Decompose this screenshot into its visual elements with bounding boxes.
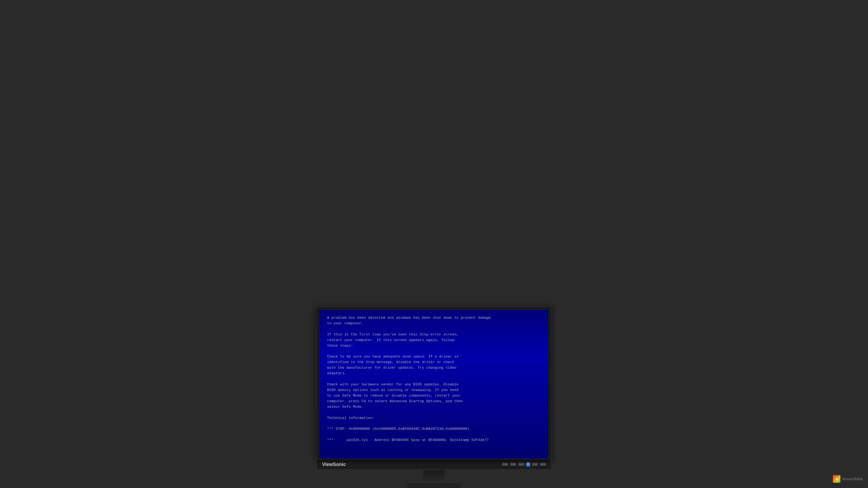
monitor: A problem has been detected and windows … — [316, 306, 552, 488]
bsod-content: A problem has been detected and windows … — [327, 315, 541, 443]
watermark-logo: W — [833, 475, 840, 483]
monitor-button-3[interactable] — [518, 463, 524, 466]
monitor-bottom-bar: ViewSonic — [316, 459, 552, 470]
monitor-stand-base — [407, 483, 461, 488]
watermark: W Windows系统城 — [833, 475, 863, 483]
scene: A problem has been detected and windows … — [0, 0, 868, 488]
monitor-stand-neck — [423, 470, 445, 483]
monitor-bezel: A problem has been detected and windows … — [316, 306, 552, 459]
monitor-button-5[interactable] — [540, 463, 546, 466]
monitor-brand: ViewSonic — [322, 462, 346, 467]
monitor-buttons — [502, 462, 546, 466]
monitor-button-1[interactable] — [502, 463, 508, 466]
monitor-power-button[interactable] — [526, 462, 530, 466]
monitor-button-2[interactable] — [510, 463, 516, 466]
monitor-button-4[interactable] — [532, 463, 538, 466]
bsod-screen: A problem has been detected and windows … — [320, 310, 548, 459]
watermark-text: Windows系统城 — [842, 477, 863, 481]
